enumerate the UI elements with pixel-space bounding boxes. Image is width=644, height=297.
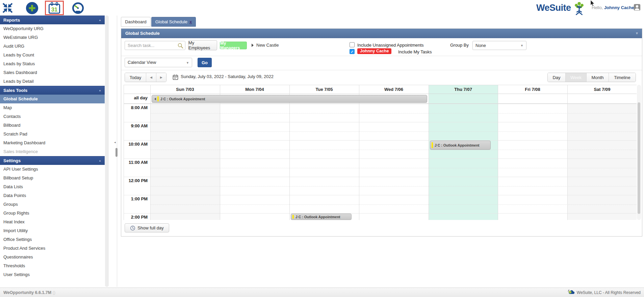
splitter-collapse-icon[interactable]: ◂	[114, 141, 116, 144]
top-header: 31 WeSuite Hello, Johnny Cache	[0, 0, 644, 16]
sidebar-item-map[interactable]: Map	[0, 103, 105, 112]
include-my-tasks-checkbox[interactable]: ✓	[350, 49, 355, 54]
sidebar-item-data-lists[interactable]: Data Lists	[0, 182, 105, 191]
tab-global-schedule[interactable]: Global Schedulex	[151, 17, 196, 27]
calendar-31-icon[interactable]: 31	[45, 1, 64, 15]
person-icon[interactable]	[634, 4, 641, 12]
section-label: Settings	[3, 156, 21, 165]
sidebar-item-office-settings[interactable]: Office Settings	[0, 235, 105, 244]
sidebar-item-product-and-services[interactable]: Product And Services	[0, 244, 105, 253]
sidebar-item-data-points[interactable]: Data Points	[0, 191, 105, 200]
select-value: Calendar View	[128, 60, 156, 65]
hour-row-2pm[interactable]	[124, 213, 637, 220]
sidebar-item-leads-by-count[interactable]: Leads by Count	[0, 51, 105, 59]
wesuite-logo-text: WeSuite	[536, 1, 571, 14]
day-header-mon: Mon 7/04	[220, 85, 289, 94]
next-week-button[interactable]: ▶	[156, 73, 166, 82]
sidebar-section-reports[interactable]: Reports ▲	[0, 16, 105, 24]
week-calendar-grid[interactable]: Sun 7/03 Mon 7/04 Tue 7/05 Wed 7/06 Thu …	[124, 85, 637, 220]
my-managers-button[interactable]: My Managers	[220, 42, 247, 49]
view-timeline-button[interactable]: Timeline	[609, 73, 636, 82]
sidebar-scrollbar[interactable]	[105, 16, 109, 287]
calendar-scrollbar[interactable]	[637, 85, 641, 220]
hour-row-10am[interactable]	[124, 140, 637, 158]
sidebar-section-sales-tools[interactable]: Sales Tools ▲	[0, 86, 105, 95]
tree-logo-icon	[572, 1, 586, 17]
view-day-button[interactable]: Day	[548, 73, 565, 82]
time-label-11am: 11:00 AM	[124, 160, 148, 165]
clock-icon	[130, 225, 135, 231]
day-header-thu: Thu 7/07	[429, 85, 498, 94]
view-month-button[interactable]: Month	[586, 73, 609, 82]
hour-row-8am[interactable]	[124, 104, 637, 122]
sidebar-item-contacts[interactable]: Contacts	[0, 112, 105, 121]
chevron-down-icon: ▼	[186, 58, 189, 68]
sidebar-section-settings[interactable]: Settings ▲	[0, 156, 105, 165]
sidebar-item-global-schedule[interactable]: Global Schedule	[0, 95, 105, 103]
user-name[interactable]: Johnny Cache	[604, 5, 634, 10]
hour-row-1pm[interactable]	[124, 195, 637, 213]
sidebar-item-weestimate-urg[interactable]: WeEstimate URG	[0, 33, 105, 42]
button-label: Day	[552, 75, 560, 80]
sidebar-item-thresholds[interactable]: Thresholds	[0, 262, 105, 270]
panel-collapse-icon[interactable]: ▼	[635, 29, 639, 38]
mouse-cursor	[590, 0, 595, 7]
search-input[interactable]	[127, 42, 178, 49]
sidebar-item-sales-dashboard[interactable]: Sales Dashboard	[0, 68, 105, 77]
sidebar-item-leads-by-detail[interactable]: Leads by Detail	[0, 77, 105, 86]
sidebar-item-audit-urg[interactable]: Audit URG	[0, 42, 105, 51]
event-title: J C : Outlook Appointment	[435, 143, 480, 147]
sidebar-item-marketing-dashboard[interactable]: Marketing Dashboard	[0, 139, 105, 147]
grid-vline	[498, 85, 498, 220]
sidebar-item-user-settings[interactable]: User Settings	[0, 270, 105, 279]
sidebar-item-import-utility[interactable]: Import Utility	[0, 226, 105, 235]
hour-row-11am[interactable]	[124, 158, 637, 177]
expand-node-icon[interactable]	[252, 44, 254, 47]
add-circle-icon[interactable]	[26, 2, 38, 16]
prev-week-button[interactable]: ◀	[146, 73, 156, 82]
hour-row-12pm[interactable]	[124, 177, 637, 195]
sidebar-item-groups[interactable]: Groups	[0, 200, 105, 209]
sidebar-item-leads-by-status[interactable]: Leads by Status	[0, 59, 105, 68]
date-nav-group: Today ◀ ▶	[125, 73, 166, 82]
include-my-tasks-label: Include My Tasks	[398, 49, 432, 54]
today-button[interactable]: Today	[125, 73, 146, 82]
button-label: Month	[591, 75, 603, 80]
group-by-select[interactable]: None ▼	[472, 41, 526, 50]
sidebar-item-questionnaires[interactable]: Questionnaires	[0, 253, 105, 262]
go-button[interactable]: Go	[198, 58, 212, 67]
sidebar-item-heat-index[interactable]: Heat Index	[0, 218, 105, 226]
calendar-scrollbar-thumb[interactable]	[638, 102, 640, 214]
my-employees-button[interactable]: My Employees	[188, 40, 217, 50]
event-thu-10am-outlook-appointment[interactable]: J C : Outlook Appointment	[430, 141, 491, 150]
splitter-handle[interactable]	[115, 148, 118, 157]
view-week-button[interactable]: Week	[565, 73, 586, 82]
sidebar-item-api-user-settings[interactable]: API User Settings	[0, 165, 105, 174]
sidebar-item-billboard-setup[interactable]: Billboard Setup	[0, 174, 105, 182]
date-range-calendar-icon	[173, 74, 178, 81]
tab-close-icon[interactable]: x	[189, 19, 192, 24]
sidebar-item-billboard[interactable]: Billboard	[0, 121, 105, 130]
select-value: None	[475, 43, 486, 48]
user-color-badge: Johnny Cache	[357, 48, 391, 54]
grid-vline	[359, 85, 359, 220]
event-color-stripe	[157, 96, 159, 101]
toolbar-separator	[121, 70, 642, 70]
include-unassigned-checkbox[interactable]	[350, 42, 355, 47]
sidebar-item-scratch-pad[interactable]: Scratch Pad	[0, 130, 105, 139]
team-node-label[interactable]: New Castle	[256, 43, 279, 48]
version-suffix: ()	[53, 290, 55, 295]
sidebar-item-weopportunity-urg[interactable]: WeOpportunity URG	[0, 24, 105, 33]
event-allday-outlook-appointment[interactable]: J C : Outlook Appointment	[152, 95, 427, 103]
chevron-right-icon: ▶	[160, 76, 162, 79]
sidebar-item-group-rights[interactable]: Group Rights	[0, 209, 105, 218]
speedometer-icon[interactable]	[72, 2, 84, 16]
tab-dashboard[interactable]: Dashboard	[121, 17, 151, 27]
event-tue-2pm-outlook-appointment[interactable]: J C : Outlook Appointment	[291, 214, 352, 220]
view-mode-select[interactable]: Calendar View ▼	[125, 58, 192, 67]
show-full-day-button[interactable]: Show full day	[125, 223, 169, 232]
collapse-arrows-icon[interactable]	[2, 2, 13, 15]
hour-row-9am[interactable]	[124, 122, 637, 140]
time-label-2pm: 2:00 PM	[124, 215, 148, 220]
search-icon[interactable]	[177, 43, 183, 50]
